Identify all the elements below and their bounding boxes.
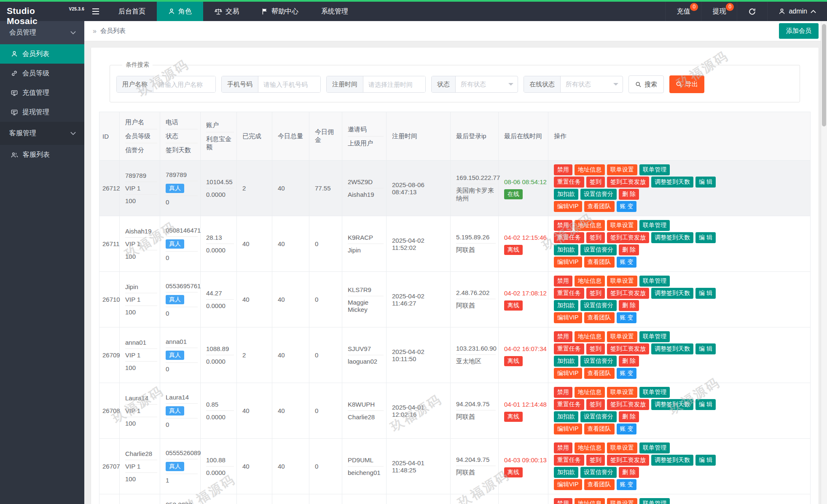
- order-settings-button[interactable]: 联单设置: [607, 498, 637, 504]
- signin-salary-button[interactable]: 签到工资发放: [607, 288, 649, 299]
- reset-task-button[interactable]: 重置任务: [554, 343, 584, 354]
- signin-salary-button[interactable]: 签到工资发放: [607, 177, 649, 188]
- sidebar-item-member-list[interactable]: 会员列表: [0, 44, 84, 64]
- order-manage-button[interactable]: 联单管理: [639, 164, 670, 175]
- edit-button[interactable]: 编 辑: [695, 343, 716, 354]
- view-team-button[interactable]: 查看团队: [584, 424, 615, 434]
- nav-item-system[interactable]: 系统管理: [310, 2, 360, 21]
- order-settings-button[interactable]: 联单设置: [607, 331, 637, 342]
- account-change-button[interactable]: 账 变: [617, 424, 637, 434]
- set-credit-button[interactable]: 设置信誉分: [580, 300, 617, 311]
- disable-button[interactable]: 禁用: [554, 498, 572, 504]
- edit-button[interactable]: 编 辑: [695, 288, 716, 299]
- add-member-button[interactable]: 添加会员: [779, 23, 819, 39]
- sign-in-button[interactable]: 签到: [586, 399, 605, 410]
- order-manage-button[interactable]: 联单管理: [639, 442, 670, 453]
- reset-task-button[interactable]: 重置任务: [554, 288, 584, 299]
- refresh-button[interactable]: [737, 2, 767, 21]
- signin-salary-button[interactable]: 签到工资发放: [607, 455, 649, 466]
- add-deduct-button[interactable]: 加扣款: [554, 467, 578, 478]
- set-credit-button[interactable]: 设置信誉分: [580, 467, 617, 478]
- vertical-scrollbar[interactable]: [821, 21, 827, 504]
- status-select[interactable]: 所有状态: [456, 76, 518, 92]
- user-menu[interactable]: admin: [767, 2, 827, 21]
- order-manage-button[interactable]: 联单管理: [639, 276, 670, 287]
- export-button[interactable]: 导出: [669, 75, 704, 93]
- nav-item-dashboard[interactable]: 后台首页: [107, 2, 157, 21]
- sidebar-collapse-button[interactable]: [84, 2, 107, 21]
- view-team-button[interactable]: 查看团队: [584, 479, 615, 490]
- edit-button[interactable]: 编 辑: [695, 232, 716, 243]
- delete-button[interactable]: 删 除: [619, 467, 639, 478]
- disable-button[interactable]: 禁用: [554, 442, 572, 453]
- reset-task-button[interactable]: 重置任务: [554, 399, 584, 410]
- add-deduct-button[interactable]: 加扣款: [554, 244, 578, 255]
- edit-vip-button[interactable]: 编辑VIP: [554, 257, 582, 268]
- signin-salary-button[interactable]: 签到工资发放: [607, 232, 649, 243]
- set-credit-button[interactable]: 设置信誉分: [580, 411, 617, 422]
- delete-button[interactable]: 删 除: [619, 189, 639, 200]
- reset-task-button[interactable]: 重置任务: [554, 177, 584, 188]
- sign-in-button[interactable]: 签到: [586, 288, 605, 299]
- address-info-button[interactable]: 地址信息: [575, 220, 605, 231]
- sign-in-button[interactable]: 签到: [586, 343, 605, 354]
- account-change-button[interactable]: 账 变: [617, 479, 637, 490]
- address-info-button[interactable]: 地址信息: [575, 498, 605, 504]
- order-manage-button[interactable]: 联单管理: [639, 498, 670, 504]
- nav-item-roles[interactable]: 角色: [157, 2, 203, 21]
- search-button[interactable]: 搜索: [628, 75, 664, 93]
- sign-in-button[interactable]: 签到: [586, 455, 605, 466]
- set-credit-button[interactable]: 设置信誉分: [580, 356, 617, 367]
- edit-vip-button[interactable]: 编辑VIP: [554, 368, 582, 379]
- online-status-select[interactable]: 所有状态: [561, 76, 623, 92]
- disable-button[interactable]: 禁用: [554, 387, 572, 398]
- order-manage-button[interactable]: 联单管理: [639, 220, 670, 231]
- adjust-signin-days-button[interactable]: 调整签到天数: [651, 288, 693, 299]
- disable-button[interactable]: 禁用: [554, 164, 572, 175]
- account-change-button[interactable]: 账 变: [617, 201, 637, 212]
- delete-button[interactable]: 删 除: [619, 244, 639, 255]
- address-info-button[interactable]: 地址信息: [575, 276, 605, 287]
- order-manage-button[interactable]: 联单管理: [639, 331, 670, 342]
- disable-button[interactable]: 禁用: [554, 220, 572, 231]
- sidebar-group-support-management[interactable]: 客服管理: [0, 122, 84, 145]
- nav-item-trade[interactable]: 交易: [203, 2, 250, 21]
- edit-button[interactable]: 编 辑: [695, 177, 716, 188]
- edit-vip-button[interactable]: 编辑VIP: [554, 424, 582, 434]
- adjust-signin-days-button[interactable]: 调整签到天数: [651, 343, 693, 354]
- view-team-button[interactable]: 查看团队: [584, 368, 615, 379]
- adjust-signin-days-button[interactable]: 调整签到天数: [651, 399, 693, 410]
- delete-button[interactable]: 删 除: [619, 411, 639, 422]
- address-info-button[interactable]: 地址信息: [575, 331, 605, 342]
- set-credit-button[interactable]: 设置信誉分: [580, 244, 617, 255]
- sidebar-item-support-list[interactable]: 客服列表: [0, 145, 84, 164]
- signin-salary-button[interactable]: 签到工资发放: [607, 399, 649, 410]
- order-settings-button[interactable]: 联单设置: [607, 164, 637, 175]
- recharge-link[interactable]: 充值 0: [665, 2, 701, 21]
- sidebar-item-withdraw-management[interactable]: 客服列表 提现管理: [0, 102, 84, 122]
- set-credit-button[interactable]: 设置信誉分: [580, 189, 617, 200]
- order-settings-button[interactable]: 联单设置: [607, 276, 637, 287]
- edit-vip-button[interactable]: 编辑VIP: [554, 201, 582, 212]
- order-settings-button[interactable]: 联单设置: [607, 387, 637, 398]
- nav-item-help-center[interactable]: 帮助中心: [250, 2, 310, 21]
- sidebar-item-member-level[interactable]: 会员等级: [0, 64, 84, 83]
- reset-task-button[interactable]: 重置任务: [554, 455, 584, 466]
- account-change-button[interactable]: 账 变: [617, 312, 637, 323]
- edit-vip-button[interactable]: 编辑VIP: [554, 312, 582, 323]
- sign-in-button[interactable]: 签到: [586, 177, 605, 188]
- add-deduct-button[interactable]: 加扣款: [554, 411, 578, 422]
- account-change-button[interactable]: 账 变: [617, 368, 637, 379]
- add-deduct-button[interactable]: 加扣款: [554, 300, 578, 311]
- address-info-button[interactable]: 地址信息: [575, 387, 605, 398]
- order-settings-button[interactable]: 联单设置: [607, 442, 637, 453]
- view-team-button[interactable]: 查看团队: [584, 201, 615, 212]
- adjust-signin-days-button[interactable]: 调整签到天数: [651, 177, 693, 188]
- phone-input[interactable]: [258, 76, 320, 92]
- scrollbar-thumb[interactable]: [822, 24, 826, 126]
- signin-salary-button[interactable]: 签到工资发放: [607, 343, 649, 354]
- add-deduct-button[interactable]: 加扣款: [554, 356, 578, 367]
- register-time-input[interactable]: [363, 76, 425, 92]
- edit-button[interactable]: 编 辑: [695, 455, 716, 466]
- delete-button[interactable]: 删 除: [619, 300, 639, 311]
